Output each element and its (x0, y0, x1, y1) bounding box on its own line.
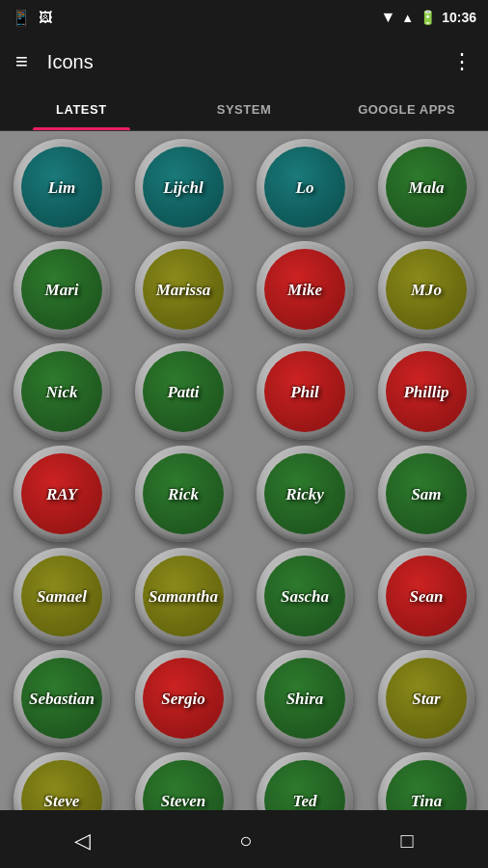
list-item[interactable]: Sean (368, 548, 484, 644)
icon-label: Mari (43, 280, 81, 300)
icon-grid: LimLijchlLoMalaMariMarissaMikeMJoNickPat… (0, 131, 488, 810)
icon-label: Sean (408, 586, 446, 607)
icon-label: Steven (159, 791, 207, 811)
battery-icon: 🔋 (420, 10, 436, 25)
hamburger-menu[interactable]: ≡ (15, 49, 28, 74)
list-item[interactable]: MJo (368, 241, 484, 338)
list-item[interactable]: Steven (125, 752, 241, 810)
icon-label: Ricky (284, 484, 326, 504)
list-item[interactable]: Nick (4, 343, 120, 440)
tab-system[interactable]: SYSTEM (163, 89, 326, 130)
icon-label: Lo (294, 177, 316, 198)
list-item[interactable]: Sebastian (4, 650, 120, 746)
list-item[interactable]: Ricky (247, 446, 363, 542)
icon-label: Samael (35, 586, 89, 607)
list-item[interactable]: Star (368, 650, 484, 746)
icon-label: Shira (285, 689, 326, 709)
icon-label: MJo (409, 280, 444, 300)
list-item[interactable]: Samantha (125, 548, 241, 644)
list-item[interactable]: Marissa (125, 241, 241, 338)
icon-label: Sascha (279, 586, 331, 607)
list-item[interactable]: Tina (368, 752, 484, 810)
wifi-icon: ▼ (380, 9, 395, 26)
more-options-button[interactable]: ⋮ (451, 49, 473, 74)
icon-label: Ted (291, 791, 319, 811)
icon-label: Lijchl (161, 177, 205, 198)
icon-label: Phillip (401, 382, 450, 402)
icon-label: Samantha (147, 586, 220, 607)
recent-button[interactable]: □ (401, 828, 414, 854)
tab-latest[interactable]: LATEST (0, 89, 163, 130)
bottom-nav: ◁ ○ □ (0, 814, 488, 868)
list-item[interactable]: Ted (247, 752, 363, 810)
list-item[interactable]: Shira (247, 650, 363, 746)
time-display: 10:36 (442, 10, 476, 25)
home-button[interactable]: ○ (239, 828, 252, 854)
status-bar: 📱 🖼 ▼ ▲ 🔋 10:36 (0, 0, 488, 35)
list-item[interactable]: Mike (247, 241, 363, 338)
tab-google-apps[interactable]: GOOGLE APPS (325, 89, 488, 130)
app-bar: ≡ Icons ⋮ (0, 35, 488, 89)
icon-label: Nick (43, 382, 79, 402)
icon-label: Mala (407, 177, 447, 198)
list-item[interactable]: Mari (4, 241, 120, 338)
list-item[interactable]: Phil (247, 343, 363, 440)
status-bar-left: 📱 🖼 (12, 9, 52, 27)
icon-label: RAY (44, 484, 79, 504)
icon-label: Steve (42, 791, 82, 811)
icon-label: Tina (409, 791, 444, 811)
list-item[interactable]: Sergio (125, 650, 241, 746)
list-item[interactable]: Mala (368, 139, 484, 235)
whatsapp-icon: 📱 (12, 9, 31, 27)
icon-label: Marissa (154, 280, 213, 300)
tabs-container: LATEST SYSTEM GOOGLE APPS (0, 89, 488, 131)
list-item[interactable]: Sam (368, 446, 484, 542)
list-item[interactable]: Rick (125, 446, 241, 542)
list-item[interactable]: Samael (4, 548, 120, 644)
app-title: Icons (47, 51, 432, 73)
icon-label: Sam (409, 484, 443, 504)
signal-icon: ▲ (401, 11, 414, 25)
list-item[interactable]: Lim (4, 139, 120, 235)
icon-label: Lim (46, 177, 77, 198)
icon-label: Phil (288, 382, 320, 402)
list-item[interactable]: RAY (4, 446, 120, 542)
icon-label: Sebastian (27, 689, 96, 709)
icon-label: Star (410, 689, 442, 709)
list-item[interactable]: Steve (4, 752, 120, 810)
list-item[interactable]: Lo (247, 139, 363, 235)
icon-label: Sergio (159, 689, 206, 709)
list-item[interactable]: Patti (125, 343, 241, 440)
icon-label: Rick (166, 484, 201, 504)
back-button[interactable]: ◁ (74, 828, 91, 854)
image-icon: 🖼 (39, 10, 52, 25)
status-bar-right: ▼ ▲ 🔋 10:36 (380, 9, 476, 26)
list-item[interactable]: Lijchl (125, 139, 241, 235)
icon-label: Mike (285, 280, 324, 300)
icon-label: Patti (165, 382, 201, 402)
list-item[interactable]: Phillip (368, 343, 484, 440)
list-item[interactable]: Sascha (247, 548, 363, 644)
